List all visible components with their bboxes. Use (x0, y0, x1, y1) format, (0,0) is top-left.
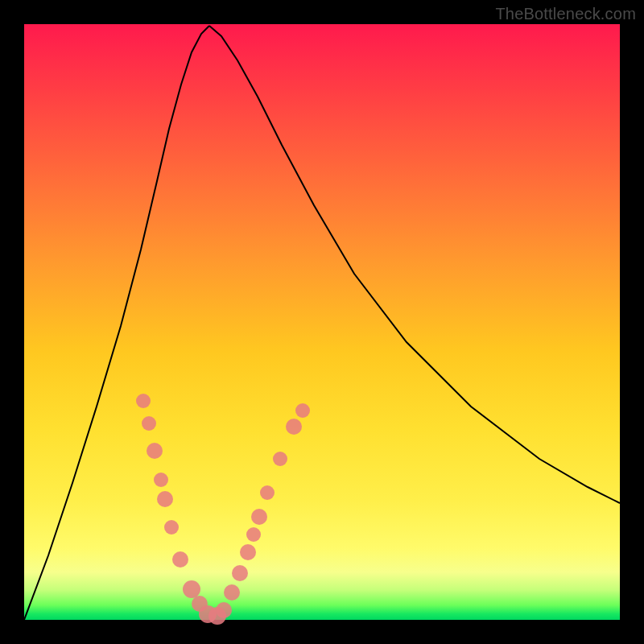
bead-cluster (136, 394, 310, 625)
data-bead (147, 443, 163, 459)
data-bead (164, 520, 179, 535)
data-bead (251, 509, 267, 525)
watermark-text: TheBottleneck.com (495, 5, 636, 23)
data-bead (232, 565, 248, 581)
data-bead (157, 491, 173, 507)
right-curve (209, 26, 620, 503)
data-bead (154, 473, 168, 487)
data-bead (136, 394, 151, 408)
data-bead (273, 452, 287, 466)
data-bead (260, 485, 275, 500)
data-bead (286, 419, 302, 435)
data-bead (216, 602, 232, 618)
data-bead (142, 416, 156, 431)
left-curve (24, 26, 209, 620)
data-bead (224, 584, 240, 601)
data-bead (183, 580, 200, 598)
data-bead (172, 551, 188, 568)
data-bead (240, 544, 256, 560)
data-bead (246, 527, 261, 542)
chart-svg (24, 24, 620, 620)
data-bead (295, 403, 310, 418)
chart-frame: TheBottleneck.com (0, 0, 644, 644)
